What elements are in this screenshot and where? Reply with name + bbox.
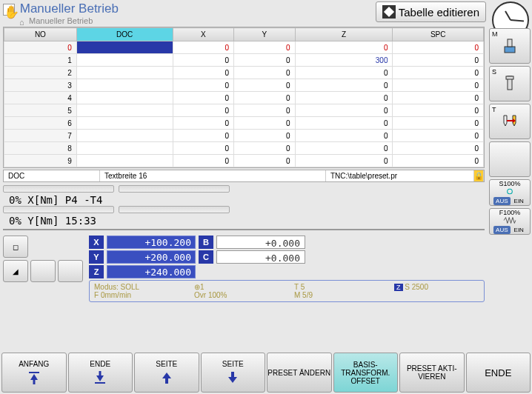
cell-no[interactable]: 9 bbox=[4, 155, 77, 167]
cell-doc[interactable] bbox=[76, 104, 173, 117]
table-row[interactable]: 30000 bbox=[4, 79, 484, 92]
cell-spc[interactable]: 0 bbox=[393, 41, 484, 54]
sk-anfang[interactable]: ANFANG bbox=[1, 353, 67, 393]
cell-z[interactable]: 0 bbox=[295, 117, 393, 130]
cell-y[interactable]: 0 bbox=[234, 155, 295, 167]
sk-seite-down[interactable]: SEITE bbox=[201, 353, 266, 393]
cell-no[interactable]: 0 bbox=[4, 41, 77, 54]
cell-z[interactable]: 0 bbox=[295, 142, 393, 155]
col-x[interactable]: X bbox=[173, 28, 233, 41]
sk-ende[interactable]: ENDE bbox=[68, 353, 133, 393]
cell-y[interactable]: 0 bbox=[234, 104, 295, 117]
cell-no[interactable]: 5 bbox=[4, 104, 77, 117]
cell-no[interactable]: 3 bbox=[4, 79, 77, 92]
cell-z[interactable]: 0 bbox=[295, 104, 393, 117]
cell-spc[interactable]: 0 bbox=[393, 104, 484, 117]
cell-no[interactable]: 1 bbox=[4, 54, 77, 67]
cell-x[interactable]: 0 bbox=[173, 155, 233, 167]
cell-x[interactable]: 0 bbox=[173, 67, 233, 79]
cell-x[interactable]: 0 bbox=[173, 117, 233, 130]
cell-z[interactable]: 0 bbox=[295, 130, 393, 142]
sidebar-m[interactable]: M bbox=[489, 28, 531, 64]
cell-doc[interactable] bbox=[76, 155, 173, 167]
table-row[interactable]: 80000 bbox=[4, 142, 484, 155]
cell-x[interactable]: 0 bbox=[173, 54, 233, 67]
sidebar-s100[interactable]: S100% AUSEIN bbox=[489, 179, 531, 206]
cell-spc[interactable]: 0 bbox=[393, 130, 484, 142]
table-row[interactable]: 1003000 bbox=[4, 54, 484, 67]
cell-x[interactable]: 0 bbox=[173, 41, 233, 54]
cell-no[interactable]: 6 bbox=[4, 117, 77, 130]
col-no[interactable]: NO bbox=[4, 28, 77, 41]
cell-y[interactable]: 0 bbox=[234, 54, 295, 67]
cell-spc[interactable]: 0 bbox=[393, 54, 484, 67]
cell-z[interactable]: 0 bbox=[295, 41, 393, 54]
table-row[interactable]: 50000 bbox=[4, 104, 484, 117]
sk-preset-aendern[interactable]: PRESET ÄNDERN bbox=[267, 353, 332, 393]
cell-x[interactable]: 0 bbox=[173, 92, 233, 104]
cell-y[interactable]: 0 bbox=[234, 142, 295, 155]
cell-z[interactable]: 0 bbox=[295, 155, 393, 167]
col-doc[interactable]: DOC bbox=[76, 28, 173, 41]
cell-spc[interactable]: 0 bbox=[393, 79, 484, 92]
blank-button-2[interactable] bbox=[58, 260, 83, 282]
preset-table[interactable]: NODOCXYZSPC 0000010030002000030000400005… bbox=[3, 27, 485, 168]
eraser-button[interactable]: ◢ bbox=[3, 260, 28, 282]
svg-marker-17 bbox=[228, 377, 237, 383]
cell-spc[interactable]: 0 bbox=[393, 142, 484, 155]
sidebar-blank[interactable] bbox=[489, 141, 531, 177]
cell-no[interactable]: 7 bbox=[4, 130, 77, 142]
cell-spc[interactable]: 0 bbox=[393, 92, 484, 104]
col-spc[interactable]: SPC bbox=[393, 28, 484, 41]
cell-no[interactable]: 4 bbox=[4, 92, 77, 104]
cell-no[interactable]: 2 bbox=[4, 67, 77, 79]
sidebar-s[interactable]: S bbox=[489, 66, 531, 101]
cell-spc[interactable]: 0 bbox=[393, 67, 484, 79]
cell-z[interactable]: 0 bbox=[295, 67, 393, 79]
cell-doc[interactable] bbox=[76, 142, 173, 155]
table-row[interactable]: 40000 bbox=[4, 92, 484, 104]
cell-y[interactable]: 0 bbox=[234, 79, 295, 92]
table-row[interactable]: 70000 bbox=[4, 130, 484, 142]
cell-doc[interactable] bbox=[76, 54, 173, 67]
cell-y[interactable]: 0 bbox=[234, 117, 295, 130]
sk-ende2[interactable]: ENDE bbox=[466, 353, 531, 393]
cell-spc[interactable]: 0 bbox=[393, 117, 484, 130]
tab-edit-button[interactable]: Tabelle editieren bbox=[376, 1, 486, 22]
cell-x[interactable]: 0 bbox=[173, 104, 233, 117]
cell-doc[interactable] bbox=[76, 117, 173, 130]
cell-y[interactable]: 0 bbox=[234, 92, 295, 104]
table-row[interactable]: 20000 bbox=[4, 67, 484, 79]
sk-preset-aktivieren[interactable]: PRESET AKTI-VIEREN bbox=[399, 353, 465, 393]
blank-button-1[interactable] bbox=[30, 260, 56, 282]
info-path: TNC:\table\preset.pr bbox=[326, 170, 474, 181]
cell-y[interactable]: 0 bbox=[234, 67, 295, 79]
cell-z[interactable]: 0 bbox=[295, 79, 393, 92]
cell-doc[interactable] bbox=[76, 79, 173, 92]
cell-no[interactable]: 8 bbox=[4, 142, 77, 155]
table-row[interactable]: 90000 bbox=[4, 155, 484, 167]
sidebar-t[interactable]: T bbox=[489, 104, 531, 139]
cell-doc[interactable] bbox=[76, 41, 173, 54]
cell-x[interactable]: 0 bbox=[173, 79, 233, 92]
cell-doc[interactable] bbox=[76, 67, 173, 79]
table-row[interactable]: 00000 bbox=[4, 41, 484, 54]
cell-spc[interactable]: 0 bbox=[393, 155, 484, 167]
cell-x[interactable]: 0 bbox=[173, 142, 233, 155]
cell-z[interactable]: 0 bbox=[295, 92, 393, 104]
col-y[interactable]: Y bbox=[234, 28, 295, 41]
col-z[interactable]: Z bbox=[295, 28, 393, 41]
cell-doc[interactable] bbox=[76, 92, 173, 104]
sk-seite-up[interactable]: SEITE bbox=[134, 353, 199, 393]
mode-t: T 5 bbox=[294, 283, 379, 291]
axis-B: B bbox=[199, 236, 213, 249]
cell-doc[interactable] bbox=[76, 130, 173, 142]
cell-x[interactable]: 0 bbox=[173, 130, 233, 142]
sidebar-f100[interactable]: F100% AUSEIN bbox=[489, 208, 531, 235]
cell-y[interactable]: 0 bbox=[234, 130, 295, 142]
cell-y[interactable]: 0 bbox=[234, 41, 295, 54]
cell-z[interactable]: 300 bbox=[295, 54, 393, 67]
sk-basis-transform[interactable]: BASIS-TRANSFORM. OFFSET bbox=[333, 353, 399, 393]
table-row[interactable]: 60000 bbox=[4, 117, 484, 130]
select-button[interactable]: ◻ bbox=[3, 236, 28, 258]
